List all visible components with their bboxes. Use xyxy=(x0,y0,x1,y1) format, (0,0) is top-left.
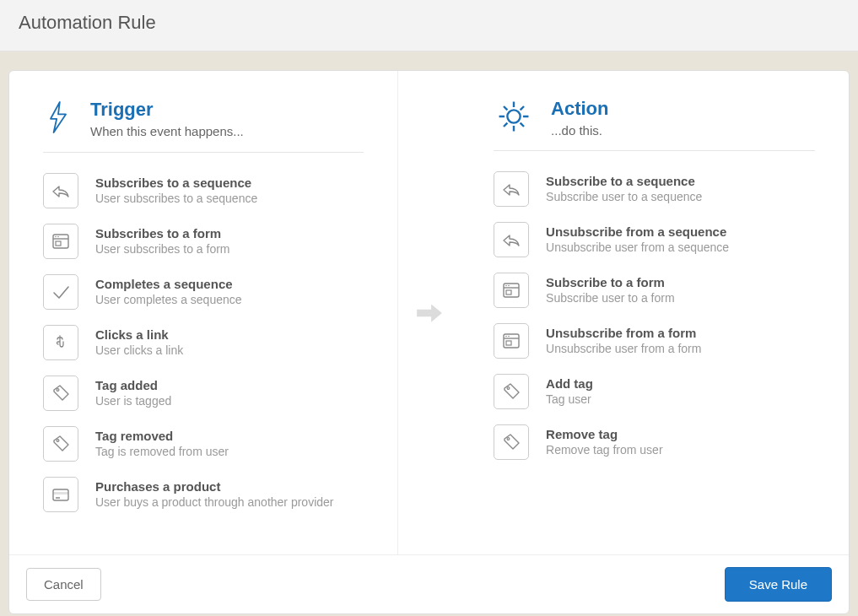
check-icon xyxy=(43,274,78,310)
action-option[interactable]: Subscribe to a sequenceSubscribe user to… xyxy=(494,165,815,215)
trigger-option-sub: User subscribes to a form xyxy=(95,242,230,257)
trigger-option[interactable]: Purchases a productUser buys a product t… xyxy=(43,470,364,521)
bolt-icon xyxy=(43,96,73,142)
action-option-title: Unsubscribe from a sequence xyxy=(546,224,729,239)
gear-icon xyxy=(494,96,534,140)
action-option-title: Remove tag xyxy=(546,427,663,441)
action-option[interactable]: Remove tagRemove tag from user xyxy=(494,418,815,468)
action-option[interactable]: Add tagTag user xyxy=(494,367,815,418)
trigger-header: Trigger When this event happens... xyxy=(43,96,364,153)
save-rule-button[interactable]: Save Rule xyxy=(725,567,832,602)
reply-arrow-icon xyxy=(494,222,529,257)
trigger-option-sub: User buys a product through another prov… xyxy=(95,495,334,511)
action-option-sub: Subscribe user to a sequence xyxy=(546,190,702,205)
action-option-title: Subscribe to a form xyxy=(546,275,675,289)
action-title: Action xyxy=(551,99,608,119)
trigger-option-sub: User is tagged xyxy=(95,394,171,409)
trigger-option-title: Purchases a product xyxy=(95,479,334,494)
trigger-option-title: Clicks a link xyxy=(95,327,183,342)
action-option-sub: Unsubscribe user from a sequence xyxy=(546,240,729,256)
action-header: Action ...do this. xyxy=(494,96,815,151)
page-title: Automation Rule xyxy=(19,12,839,34)
pointer-icon xyxy=(43,325,78,360)
tag-icon xyxy=(43,426,78,462)
action-option-sub: Remove tag from user xyxy=(546,443,663,458)
trigger-option[interactable]: Clicks a linkUser clicks a link xyxy=(43,318,364,369)
reply-arrow-icon xyxy=(494,171,529,207)
trigger-option[interactable]: Subscribes to a formUser subscribes to a… xyxy=(43,217,364,267)
page-header: Automation Rule xyxy=(0,0,858,51)
action-option-sub: Tag user xyxy=(546,392,593,408)
action-option[interactable]: Unsubscribe from a formUnsubscribe user … xyxy=(494,316,815,367)
action-option[interactable]: Unsubscribe from a sequenceUnsubscribe u… xyxy=(494,215,815,266)
trigger-subtitle: When this event happens... xyxy=(90,124,244,138)
flow-arrow-gap xyxy=(398,71,460,554)
trigger-option-title: Tag added xyxy=(95,378,171,392)
tag-icon xyxy=(43,376,78,411)
action-option-title: Unsubscribe from a form xyxy=(546,326,701,340)
action-option-sub: Unsubscribe user from a form xyxy=(546,342,701,357)
credit-card-icon xyxy=(43,477,78,512)
trigger-option-title: Subscribes to a sequence xyxy=(95,176,257,190)
form-icon xyxy=(494,323,529,359)
action-option-title: Subscribe to a sequence xyxy=(546,174,702,188)
trigger-option-title: Subscribes to a form xyxy=(95,226,230,240)
form-icon xyxy=(43,224,78,259)
trigger-option-sub: User subscribes to a sequence xyxy=(95,192,257,207)
trigger-option[interactable]: Tag removedTag is removed from user xyxy=(43,419,364,470)
form-icon xyxy=(494,273,529,308)
trigger-option-sub: User completes a sequence xyxy=(95,293,242,308)
action-options: Subscribe to a sequenceSubscribe user to… xyxy=(494,165,815,468)
canvas: Trigger When this event happens... Subsc… xyxy=(0,51,858,616)
arrow-right-icon xyxy=(412,299,447,327)
trigger-option[interactable]: Subscribes to a sequenceUser subscribes … xyxy=(43,166,364,217)
reply-arrow-icon xyxy=(43,173,78,208)
action-option[interactable]: Subscribe to a formSubscribe user to a f… xyxy=(494,266,815,316)
action-option-title: Add tag xyxy=(546,376,593,391)
action-column: Action ...do this. Subscribe to a sequen… xyxy=(460,71,849,554)
trigger-option[interactable]: Completes a sequenceUser completes a seq… xyxy=(43,267,364,318)
action-subtitle: ...do this. xyxy=(551,123,608,138)
trigger-title: Trigger xyxy=(90,100,244,120)
trigger-option-title: Completes a sequence xyxy=(95,277,242,291)
tag-icon xyxy=(494,374,529,409)
trigger-option-sub: Tag is removed from user xyxy=(95,445,229,460)
tag-icon xyxy=(494,424,529,460)
trigger-option[interactable]: Tag addedUser is tagged xyxy=(43,369,364,419)
cancel-button[interactable]: Cancel xyxy=(26,568,101,601)
trigger-option-title: Tag removed xyxy=(95,429,229,443)
trigger-column: Trigger When this event happens... Subsc… xyxy=(9,71,398,554)
rule-card: Trigger When this event happens... Subsc… xyxy=(8,70,850,614)
trigger-options: Subscribes to a sequenceUser subscribes … xyxy=(43,166,364,521)
action-option-sub: Subscribe user to a form xyxy=(546,291,675,306)
trigger-option-sub: User clicks a link xyxy=(95,343,183,359)
footer: Cancel Save Rule xyxy=(9,554,849,613)
